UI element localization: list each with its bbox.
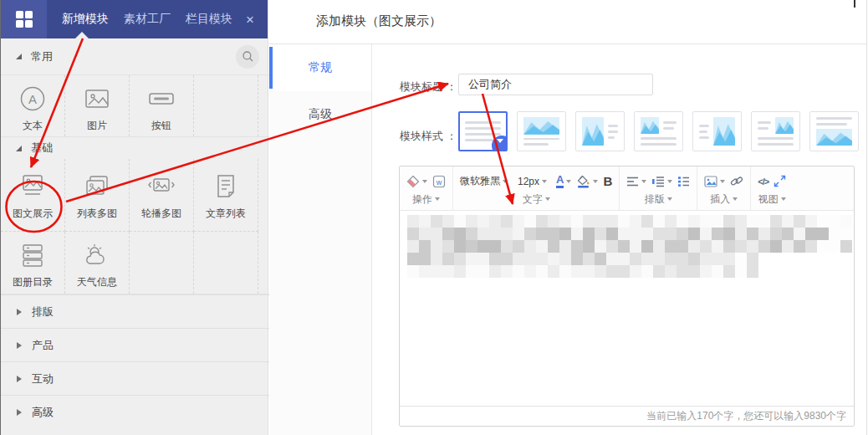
list-button[interactable] [677,176,690,187]
section-label: 产品 [32,338,54,353]
module-item-image-text[interactable]: 图文展示 [1,159,65,232]
tab-advanced[interactable]: 高级 [269,91,371,138]
common-items-grid: A 文本 图片 按钮 [1,75,269,136]
module-item-album-catalog[interactable]: 图册目录 [1,232,65,294]
section-header-layout[interactable]: 排版 [1,294,269,328]
toolbar-group-view: </> 视图 [751,166,793,210]
link-icon [730,175,743,187]
module-item-article-list[interactable]: 文章列表 [194,159,258,232]
section-collapsed-icon [17,309,22,315]
tab-general[interactable]: 常规 [269,44,371,91]
image-icon [83,84,111,113]
section-label: 高级 [32,405,54,420]
text-icon: A [18,84,47,113]
chevron-down-icon [781,197,786,201]
basic-items-grid-row2: 图册目录 天气信息 [1,232,269,294]
style-thumbnails [458,111,859,151]
module-title-input[interactable] [458,74,653,95]
source-code-button[interactable]: </> [758,177,768,187]
chevron-down-icon [435,197,440,201]
editor-canvas[interactable] [400,212,854,406]
paste-from-word-button[interactable]: w [432,175,446,188]
insert-image-button[interactable] [704,176,725,187]
search-button[interactable] [236,45,259,69]
grid-icon [15,10,33,28]
page-title: 添加模块（图文展示） [316,13,442,29]
eraser-button[interactable] [406,175,427,188]
module-item-text[interactable]: A 文本 [1,75,65,136]
group-menu-text[interactable]: 文字 [460,192,612,207]
fullscreen-button[interactable] [774,175,786,187]
toolbar-group-text: 微软雅黑 12px A [453,166,620,210]
group-menu-layout[interactable]: 排版 [626,192,690,207]
align-button[interactable] [626,176,646,187]
module-item-carousel[interactable]: 轮播多图 [130,159,194,232]
module-item-button[interactable]: 按钮 [130,75,194,136]
style-thumb-image-left[interactable] [575,111,625,151]
article-list-icon [212,172,240,201]
section-header-interaction[interactable]: 互动 [1,361,269,395]
section-collapsed-icon [17,342,22,349]
chevron-down-icon [593,180,598,183]
section-label: 基础 [31,141,53,156]
empty-cell [130,232,194,294]
word-doc-icon: w [432,175,446,188]
module-item-list-images[interactable]: 列表多图 [65,159,130,232]
group-menu-insert[interactable]: 插入 [704,192,743,207]
module-drawer: 新增模块 素材工厂 栏目模块 × 常用 A 文本 [0,0,268,435]
chevron-down-icon [545,197,550,201]
section-label: 排版 [32,304,54,320]
svg-text:A: A [28,92,37,106]
eraser-icon [406,175,420,188]
section-header-advanced[interactable]: 高级 [1,395,269,428]
text-cursor-artifact [854,0,855,8]
insert-link-button[interactable] [730,175,743,187]
rich-text-editor: w 操作 微软雅黑 12px A [399,166,855,427]
section-header-common[interactable]: 常用 [1,38,269,75]
chevron-down-icon [720,180,725,183]
close-icon[interactable]: × [246,13,254,27]
chevron-down-icon [667,180,672,183]
align-left-icon [626,176,639,187]
font-family-select[interactable]: 微软雅黑 [460,174,508,188]
paint-bucket-icon [576,175,590,188]
style-thumb-image-right[interactable] [692,111,742,151]
style-thumb-image-top-left[interactable] [634,111,683,151]
active-tab-pointer [75,32,89,38]
chevron-down-icon [733,197,738,201]
section-expanded-icon [16,146,22,151]
module-item-image[interactable]: 图片 [65,75,130,136]
drawer-tab-material-factory[interactable]: 素材工厂 [124,12,171,27]
style-thumb-text-only[interactable] [458,111,508,151]
chevron-down-icon [422,180,427,183]
image-text-icon [18,172,47,201]
drawer-tab-new-module[interactable]: 新增模块 [62,12,109,27]
font-color-button[interactable]: A [556,174,571,188]
style-thumb-image-top-right[interactable] [751,111,800,151]
module-title-label: 模块标题 ： [400,79,457,95]
toolbar-group-insert: 插入 [697,166,751,210]
drawer-tab-column-module[interactable]: 栏目模块 [186,12,232,27]
indent-button[interactable] [651,176,672,187]
section-header-basic[interactable]: 基础 [1,136,269,159]
font-size-select[interactable]: 12px [518,176,547,187]
style-thumb-image-bottom[interactable] [809,111,859,151]
basic-items-grid-row1: 图文展示 列表多图 轮播多图 [1,159,269,232]
section-collapsed-icon [17,376,22,382]
bold-button[interactable]: B [603,174,612,188]
empty-cell [194,232,258,294]
module-item-weather[interactable]: 天气信息 [65,232,130,294]
button-icon [147,84,176,113]
grid-menu-button[interactable] [1,0,47,38]
highlight-color-button[interactable] [576,175,598,188]
indent-icon [651,176,665,187]
style-thumb-image-top[interactable] [517,111,566,151]
group-menu-view[interactable]: 视图 [758,192,786,207]
chevron-down-icon [542,180,547,183]
section-header-product[interactable]: 产品 [1,328,269,361]
list-images-icon [83,172,111,201]
char-count-status: 当前已输入170个字，您还可以输入9830个字 [400,406,854,426]
insert-image-icon [704,176,717,187]
group-menu-actions[interactable]: 操作 [406,192,446,207]
search-icon [242,50,254,63]
